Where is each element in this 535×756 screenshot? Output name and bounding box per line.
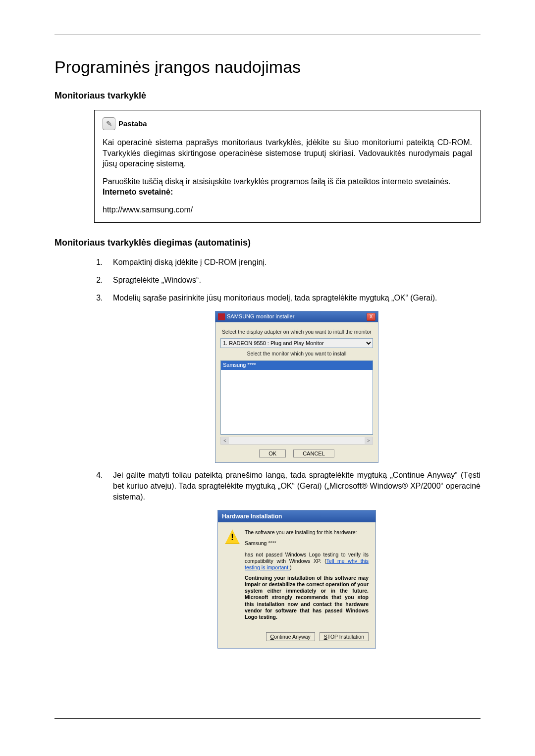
hardware-titlebar: Hardware Installation xyxy=(218,510,375,523)
ok-button[interactable]: OK xyxy=(259,450,286,457)
step-3: Modelių sąraše pasirinkite jūsų monitori… xyxy=(113,294,437,302)
section-monitor-driver: Monitoriaus tvarkyklė xyxy=(54,91,481,101)
horizontal-scrollbar[interactable]: < > xyxy=(220,437,373,445)
step-1: Kompaktinį diską įdėkite į CD-ROM įrengi… xyxy=(105,257,481,268)
monitor-label: Select the monitor which you want to ins… xyxy=(220,350,373,357)
hw-bold-warning: Continuing your installation of this sof… xyxy=(245,575,369,620)
scroll-left-icon[interactable]: < xyxy=(221,437,229,444)
hw-line-1: The software you are installing for this… xyxy=(245,529,369,536)
note-paragraph-2: Paruoškite tuščią diską ir atsisiųskite … xyxy=(103,177,451,186)
website-url: http://www.samsung.com/ xyxy=(103,204,472,215)
cancel-button[interactable]: CANCEL xyxy=(293,450,334,457)
note-label: Pastaba xyxy=(118,119,147,129)
hardware-installation-window: Hardware Installation ! The software you… xyxy=(217,510,376,649)
bottom-rule xyxy=(54,718,481,719)
continue-anyway-button[interactable]: Continue Anyway xyxy=(266,632,315,641)
hw-device-name: Samsung **** xyxy=(245,540,369,547)
adapter-select[interactable]: 1. RADEON 9550 : Plug and Play Monitor xyxy=(220,338,373,348)
note-box: ✎ Pastaba Kai operacinė sistema paprašys… xyxy=(94,110,481,223)
page-title: Programinės įrangos naudojimas xyxy=(54,57,481,77)
samsung-installer-window: SAMSUNG monitor installer X Select the d… xyxy=(215,311,378,463)
top-rule xyxy=(54,35,481,35)
note-icon: ✎ xyxy=(103,117,115,130)
installer-title: SAMSUNG monitor installer xyxy=(227,313,294,320)
installer-titlebar: SAMSUNG monitor installer X xyxy=(215,311,378,322)
adapter-label: Select the display adapter on which you … xyxy=(220,328,373,336)
monitor-selected-item[interactable]: Samsung **** xyxy=(221,361,373,369)
install-steps: Kompaktinį diską įdėkite į CD-ROM įrengi… xyxy=(105,257,481,649)
monitor-listbox[interactable]: Samsung **** xyxy=(220,360,373,435)
step-4: Jei galite matyti toliau pateiktą praneš… xyxy=(113,471,481,502)
scroll-right-icon[interactable]: > xyxy=(365,437,373,444)
note-paragraph-1: Kai operacinė sistema paprašys monitoria… xyxy=(103,137,472,169)
section-auto-install: Monitoriaus tvarkyklės diegimas (automat… xyxy=(54,238,481,248)
samsung-logo-icon xyxy=(218,313,225,320)
close-icon[interactable]: X xyxy=(367,313,375,321)
stop-installation-button[interactable]: STOP Installation xyxy=(320,632,369,641)
website-label: Interneto svetainė: xyxy=(103,188,173,196)
hw-line-2-post: ) xyxy=(290,564,292,570)
step-2: Spragtelėkite „Windows“. xyxy=(105,275,481,286)
warning-icon: ! xyxy=(225,529,240,544)
